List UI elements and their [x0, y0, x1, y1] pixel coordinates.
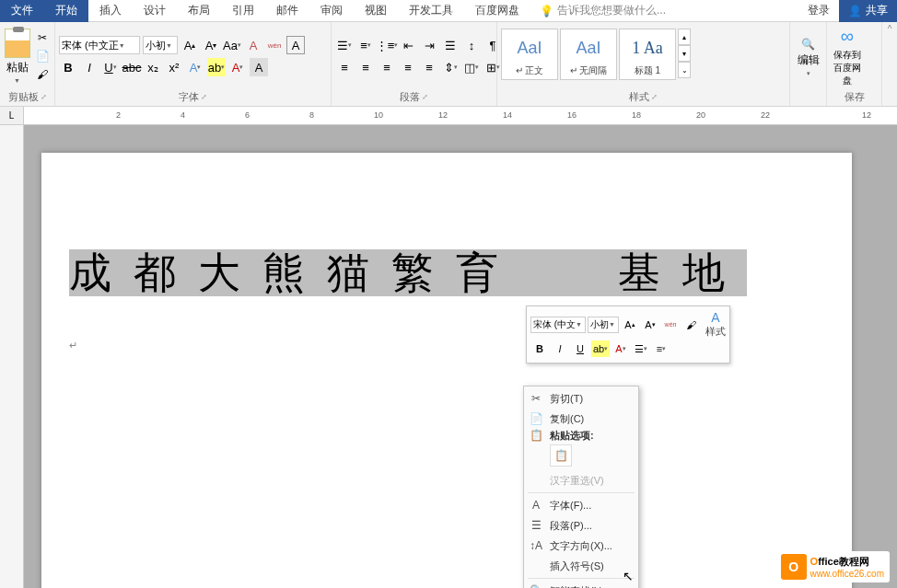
tab-selector[interactable]: L: [0, 107, 24, 124]
increase-indent-button[interactable]: ⇥: [420, 36, 438, 54]
change-case-button[interactable]: Aa▾: [223, 36, 241, 54]
save-baidu-button[interactable]: ∞ 保存到百度网盘: [831, 26, 864, 87]
horizontal-ruler: L 2 4 6 8 10 12 14 16 18 20 22 12: [0, 107, 897, 125]
gallery-down-button[interactable]: ▾: [678, 45, 691, 62]
menu-layout[interactable]: 布局: [177, 0, 221, 22]
menu-mailings[interactable]: 邮件: [265, 0, 309, 22]
menu-baidu[interactable]: 百度网盘: [464, 0, 530, 22]
style-heading1[interactable]: 1 Aa 标题 1: [619, 29, 676, 80]
gallery-up-button[interactable]: ▴: [678, 29, 691, 45]
text-direction-button[interactable]: ☰: [441, 36, 460, 54]
grow-font-button[interactable]: A▴: [181, 36, 199, 54]
paste-button[interactable]: 粘贴 ▼: [4, 29, 30, 84]
bold-button[interactable]: B: [59, 58, 77, 76]
bullets-button[interactable]: ☰▾: [335, 36, 354, 54]
subscript-button[interactable]: x₂: [144, 58, 162, 76]
mini-styles-button[interactable]: A 样式: [705, 310, 726, 339]
expand-icon[interactable]: ⤢: [41, 93, 47, 101]
font-size-selector[interactable]: 小初▼: [143, 36, 178, 54]
mini-grow-font[interactable]: A▴: [621, 317, 639, 333]
underline-button[interactable]: U▾: [101, 58, 120, 76]
paste-option-keep[interactable]: 📋: [550, 444, 572, 467]
superscript-button[interactable]: x²: [165, 58, 183, 76]
phonetic-guide-button[interactable]: wén: [265, 36, 284, 54]
paragraph-label: 段落: [400, 90, 420, 104]
menu-design[interactable]: 设计: [133, 0, 177, 22]
menu-references[interactable]: 引用: [221, 0, 265, 22]
justify-button[interactable]: ≡: [399, 58, 417, 76]
align-right-button[interactable]: ≡: [378, 58, 396, 76]
cut-button[interactable]: ✂: [34, 30, 51, 45]
italic-button[interactable]: I: [80, 58, 99, 76]
clipboard-group: 粘贴 ▼ ✂ 📄 🖌 剪贴板⤢: [0, 22, 55, 106]
mini-underline[interactable]: U: [571, 340, 589, 357]
mini-phonetic[interactable]: wén: [661, 317, 680, 333]
shrink-font-button[interactable]: A▾: [202, 36, 220, 54]
mini-italic[interactable]: I: [551, 340, 569, 357]
align-left-button[interactable]: ≡: [335, 58, 354, 76]
tell-me-box[interactable]: 💡 告诉我您想要做什么...: [530, 3, 798, 18]
mini-bullets[interactable]: ☰▾: [632, 340, 650, 357]
sort-button[interactable]: ↕: [462, 36, 481, 54]
strikethrough-button[interactable]: abc: [122, 58, 141, 76]
mini-shrink-font[interactable]: A▾: [641, 317, 659, 333]
font-color-button[interactable]: A▾: [228, 58, 247, 76]
mini-format-painter[interactable]: 🖌: [681, 317, 700, 333]
text-direction-icon: ↕A: [528, 539, 544, 552]
expand-icon[interactable]: ⤢: [201, 93, 207, 101]
ctx-smart-lookup[interactable]: 🔍 智能查找(L): [524, 581, 638, 588]
highlight-button[interactable]: ab▾: [207, 58, 226, 76]
edit-button[interactable]: 🔍 编辑 ▾: [794, 38, 822, 77]
numbering-button[interactable]: ≡▾: [356, 36, 375, 54]
ctx-font[interactable]: A 字体(F)...: [524, 495, 638, 515]
distribute-button[interactable]: ≡: [420, 58, 438, 76]
save-group-label: 保存: [845, 90, 865, 104]
menu-view[interactable]: 视图: [354, 0, 398, 22]
align-center-button[interactable]: ≡: [356, 58, 375, 76]
menu-review[interactable]: 审阅: [309, 0, 354, 22]
multilevel-button[interactable]: ⋮≡▾: [378, 36, 396, 54]
menu-file[interactable]: 文件: [0, 0, 44, 22]
ctx-text-direction[interactable]: ↕A 文字方向(X)...: [524, 536, 638, 556]
menu-home[interactable]: 开始: [44, 0, 88, 22]
dropdown-icon: ▼: [14, 77, 20, 84]
collapse-ribbon-button[interactable]: ^: [882, 22, 897, 106]
mini-font-selector[interactable]: 宋体 (中文▼: [530, 317, 586, 333]
ctx-cut[interactable]: ✂ 剪切(T): [524, 388, 638, 409]
line-spacing-button[interactable]: ⇕▾: [441, 58, 460, 76]
style-no-spacing[interactable]: AaI ↵ 无间隔: [560, 29, 617, 80]
ctx-insert-symbol[interactable]: 插入符号(S): [524, 556, 638, 576]
character-shading-button[interactable]: A: [250, 58, 268, 76]
menu-insert[interactable]: 插入: [88, 0, 133, 22]
style-normal[interactable]: AaI ↵ 正文: [501, 29, 558, 80]
mini-size-selector[interactable]: 小初▼: [588, 317, 619, 333]
clear-formatting-button[interactable]: A: [244, 36, 262, 54]
document-page[interactable]: 成都大熊猫繁育 基地 ↵: [41, 153, 852, 588]
font-name-selector[interactable]: 宋体 (中文正▼: [59, 36, 140, 54]
text-effects-button[interactable]: A▾: [186, 58, 204, 76]
mini-numbering[interactable]: ≡▾: [652, 340, 670, 357]
format-painter-button[interactable]: 🖌: [34, 67, 51, 82]
selected-title-text[interactable]: 成都大熊猫繁育 基地: [69, 249, 747, 296]
cloud-icon: ∞: [841, 26, 854, 47]
mini-highlight[interactable]: ab▾: [591, 340, 610, 357]
ctx-paragraph[interactable]: ☰ 段落(P)...: [524, 515, 638, 536]
share-button[interactable]: 👤 共享: [839, 0, 897, 22]
expand-icon[interactable]: ⤢: [651, 93, 658, 101]
styles-label: 样式: [629, 90, 649, 104]
character-border-button[interactable]: A: [286, 36, 305, 54]
menu-developer[interactable]: 开发工具: [398, 0, 464, 22]
ctx-ime-reconvert[interactable]: 汉字重选(V): [524, 470, 638, 490]
mini-font-color[interactable]: A▾: [612, 340, 630, 357]
search-icon: 🔍: [528, 584, 544, 588]
shading-button[interactable]: ◫▾: [462, 58, 481, 76]
copy-button[interactable]: 📄: [34, 49, 51, 63]
gallery-more-button[interactable]: ⌄: [678, 62, 691, 78]
expand-icon[interactable]: ⤢: [422, 93, 428, 101]
ctx-copy[interactable]: 📄 复制(C): [524, 409, 638, 429]
paste-label: 粘贴: [6, 60, 29, 75]
decrease-indent-button[interactable]: ⇤: [399, 36, 417, 54]
login-button[interactable]: 登录: [798, 3, 839, 18]
mini-bold[interactable]: B: [530, 340, 549, 357]
edit-group: 🔍 编辑 ▾: [790, 22, 827, 106]
